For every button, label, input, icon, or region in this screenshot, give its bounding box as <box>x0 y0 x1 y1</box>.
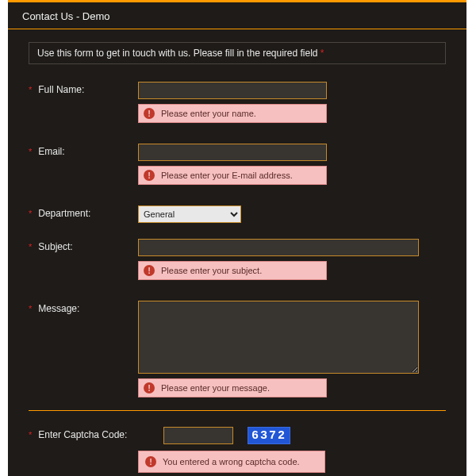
row-email: * Email: ! Please enter your E-mail addr… <box>29 144 446 185</box>
required-star-icon: * <box>29 86 32 94</box>
email-label: Email: <box>38 146 64 157</box>
required-star-icon: * <box>29 305 32 313</box>
captcha-input[interactable] <box>163 427 233 444</box>
message-label: Message: <box>38 303 79 314</box>
email-input[interactable] <box>138 144 327 161</box>
intro-text: Use this form to get in touch with us. P… <box>37 48 321 59</box>
row-subject: * Subject: ! Please enter your subject. <box>29 239 446 280</box>
message-textarea[interactable] <box>138 301 419 374</box>
row-captcha: * Enter Captcha Code: 6372 <box>29 427 446 444</box>
captcha-error: ! You entered a wrong captcha code. <box>138 451 325 473</box>
email-error: ! Please enter your E-mail address. <box>138 166 327 185</box>
form-content: Use this form to get in touch with us. P… <box>8 29 466 473</box>
subject-error: ! Please enter your subject. <box>138 261 327 280</box>
message-error: ! Please enter your message. <box>138 378 327 397</box>
message-error-text: Please enter your message. <box>161 383 270 393</box>
required-star-icon: * <box>29 209 32 218</box>
department-select[interactable]: General <box>138 205 241 223</box>
label-col: * Full Name: <box>29 82 138 95</box>
email-error-text: Please enter your E-mail address. <box>161 171 293 180</box>
intro-box: Use this form to get in touch with us. P… <box>29 42 446 64</box>
row-department: * Department: General <box>29 205 446 223</box>
captcha-error-text: You entered a wrong captcha code. <box>163 457 300 466</box>
subject-label: Subject: <box>38 241 72 252</box>
subject-error-text: Please enter your subject. <box>161 266 262 275</box>
row-fullname: * Full Name: ! Please enter your name. <box>29 82 446 123</box>
fullname-error: ! Please enter your name. <box>138 104 327 123</box>
department-label: Department: <box>38 208 90 219</box>
error-icon: ! <box>144 382 155 393</box>
page-title: Contact Us - Demo <box>8 2 466 29</box>
required-star-icon: * <box>29 431 32 440</box>
row-message: * Message: ! Please enter your message. <box>29 301 446 397</box>
fullname-error-text: Please enter your name. <box>161 109 256 118</box>
contact-panel: Contact Us - Demo Use this form to get i… <box>8 0 466 476</box>
captcha-label: Enter Captcha Code: <box>38 429 127 440</box>
required-marker: * <box>321 48 324 59</box>
subject-input[interactable] <box>138 239 419 256</box>
required-star-icon: * <box>29 148 32 156</box>
fullname-label: Full Name: <box>38 84 84 95</box>
required-star-icon: * <box>29 243 32 251</box>
error-icon: ! <box>144 265 155 276</box>
fullname-input[interactable] <box>138 82 327 99</box>
captcha-code-image: 6372 <box>248 427 290 444</box>
error-icon: ! <box>144 108 155 119</box>
section-divider <box>29 410 446 411</box>
error-icon: ! <box>144 170 155 181</box>
error-icon: ! <box>145 456 156 467</box>
